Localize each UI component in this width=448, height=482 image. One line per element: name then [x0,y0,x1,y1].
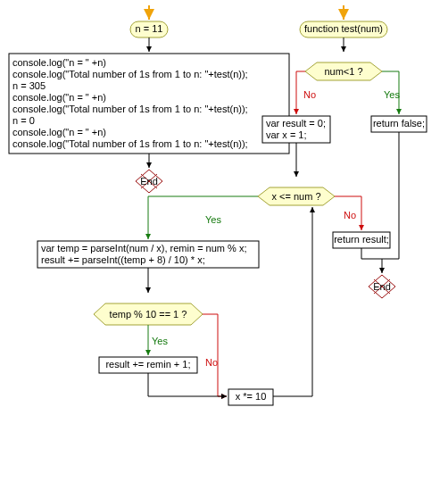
right-func-label: function test(num) [304,23,383,34]
left-body-line-6: console.log("n = " +n) [12,127,106,137]
right-inneryes-label: result += remin + 1; [105,359,190,370]
left-start-label: n = 11 [136,23,163,34]
left-body-line-2: n = 305 [12,80,46,91]
right-cond1-label: num<1 ? [324,66,362,77]
right-init-line-1: var x = 1; [266,129,307,140]
right-end-node: End [369,275,395,298]
right-inner-cond-label: temp % 10 == 1 ? [110,309,187,320]
right-loop-no-label: No [344,210,356,220]
right-step-label: x *= 10 [236,391,267,402]
right-inner-yes-label: Yes [152,336,168,346]
right-retfalse-label: return false; [373,118,425,129]
left-body-line-5: n = 0 [12,115,35,126]
right-retresult-label: return result; [334,234,389,245]
right-edge-step-loop [273,207,312,396]
right-loop-yes-label: Yes [205,214,221,225]
right-init-line-0: var result = 0; [266,118,326,129]
right-inner-no-label: No [205,357,218,368]
right-end-label: End [373,281,391,292]
left-body-line-1: console.log("Total number of 1s from 1 t… [12,69,248,79]
left-body-line-3: console.log("n = " +n) [12,92,106,103]
right-loopbody-line-1: result += parseInt((temp + 8) / 10) * x; [41,254,205,265]
right-edge-inner-no [203,314,227,396]
left-end-node: End [136,170,162,193]
right-cond1-yes-label: Yes [384,89,400,100]
right-edge-retresult-merge [361,248,382,259]
right-loopbody-line-0: var temp = parseInt(num / x), remin = nu… [41,243,246,253]
right-edge-loop-yes [148,196,258,239]
right-loop-cond-label: x <= num ? [271,191,320,202]
left-end-label: End [140,176,158,187]
left-body-line-4: console.log("Total number of 1s from 1 t… [12,104,248,114]
right-cond1-no-label: No [303,89,316,100]
left-body-line-7: console.log("Total number of 1s from 1 t… [12,138,248,149]
left-body-line-0: console.log("n = " +n) [12,57,106,68]
flowchart-canvas: n = 11 console.log("n = " +n) console.lo… [0,0,448,482]
right-edge-inneryes-step [148,373,227,396]
